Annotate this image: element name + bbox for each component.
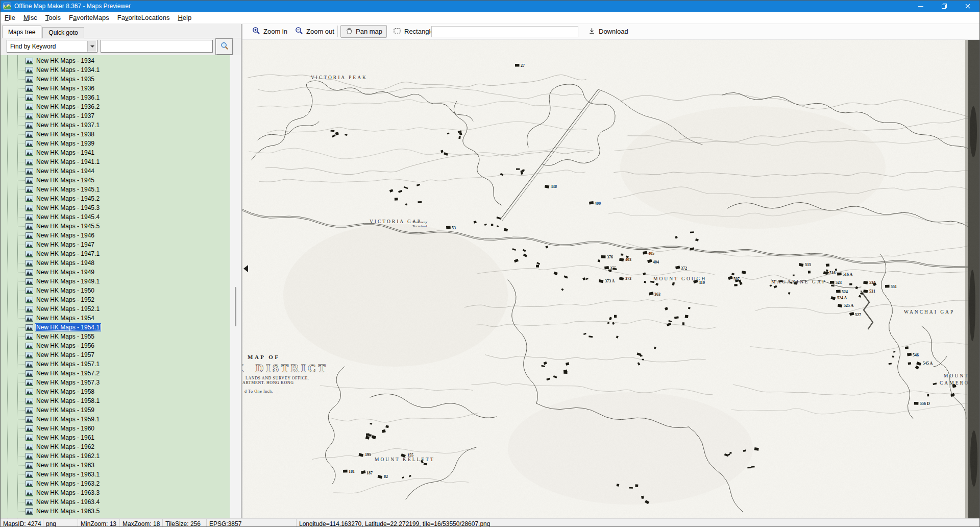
search-button[interactable]: [215, 38, 233, 55]
tree-item[interactable]: New HK Maps - 1948: [1, 258, 241, 268]
tree-item-label[interactable]: New HK Maps - 1935: [35, 75, 96, 83]
tree-item-label[interactable]: New HK Maps - 1945.1: [35, 185, 101, 194]
tree-item[interactable]: New HK Maps - 1937: [1, 111, 241, 121]
menu-item-tools[interactable]: Tools: [41, 13, 65, 22]
tree-item[interactable]: New HK Maps - 1952: [1, 295, 241, 304]
tree-item-label[interactable]: New HK Maps - 1939: [35, 139, 96, 148]
tree-item-label[interactable]: New HK Maps - 1954: [35, 314, 96, 322]
tab-quick-goto[interactable]: Quick goto: [42, 27, 84, 38]
tree-item[interactable]: New HK Maps - 1949.1: [1, 277, 241, 286]
tree-item-label[interactable]: New HK Maps - 1955: [35, 332, 96, 341]
tree-item[interactable]: New HK Maps - 1945.1: [1, 185, 241, 194]
tree-item-label[interactable]: New HK Maps - 1948: [35, 259, 96, 267]
menu-item-misc[interactable]: Misc: [19, 13, 41, 22]
tree-item-label[interactable]: New HK Maps - 1934.1: [35, 66, 101, 74]
tree-item[interactable]: New HK Maps - 1947.1: [1, 249, 241, 258]
tree-item-label[interactable]: New HK Maps - 1941: [35, 149, 96, 157]
find-mode-combobox[interactable]: Find by Keyword: [7, 40, 97, 53]
tree-item-label[interactable]: New HK Maps - 1949: [35, 268, 96, 276]
tree-item[interactable]: New HK Maps - 1939: [1, 139, 241, 148]
tree-item-label[interactable]: New HK Maps - 1944: [35, 167, 96, 175]
tree-item[interactable]: New HK Maps - 1945.5: [1, 222, 241, 231]
tree-item-label[interactable]: New HK Maps - 1963.5: [35, 507, 101, 515]
tree-item-label[interactable]: New HK Maps - 1945.4: [35, 213, 101, 221]
tree-item[interactable]: New HK Maps - 1954.1: [1, 323, 241, 332]
tree-item[interactable]: New HK Maps - 1957.2: [1, 369, 241, 378]
tree-item[interactable]: New HK Maps - 1954: [1, 314, 241, 323]
tree-item-label[interactable]: New HK Maps - 1957: [35, 351, 96, 359]
tree-item[interactable]: New HK Maps - 1957: [1, 350, 241, 360]
tree-item[interactable]: New HK Maps - 1960: [1, 424, 241, 433]
tree-item-label[interactable]: New HK Maps - 1954.1: [35, 323, 101, 331]
restore-button[interactable]: [933, 1, 956, 12]
tree-item-label[interactable]: New HK Maps - 1936: [35, 84, 96, 92]
tree-item-label[interactable]: New HK Maps - 1958: [35, 388, 96, 396]
tree-item-label[interactable]: New HK Maps - 1937: [35, 112, 96, 120]
tree-item[interactable]: New HK Maps - 1937.1: [1, 121, 241, 130]
tree-item[interactable]: New HK Maps - 1944: [1, 166, 241, 176]
tree-item-label[interactable]: New HK Maps - 1963.4: [35, 498, 101, 506]
tree-item[interactable]: New HK Maps - 1952.1: [1, 304, 241, 314]
tree-item[interactable]: New HK Maps - 1958.1: [1, 396, 241, 405]
tree-item-label[interactable]: New HK Maps - 1945.5: [35, 222, 101, 230]
tree-item-label[interactable]: New HK Maps - 1936.1: [35, 93, 101, 102]
tree-item-label[interactable]: New HK Maps - 1937.1: [35, 121, 101, 129]
map-viewport[interactable]: VICTORIA PEAKVICTORIA GAPMOUNT GOUGHMAGA…: [242, 40, 979, 518]
tree-item-label[interactable]: New HK Maps - 1958.1: [35, 397, 101, 405]
keyword-input[interactable]: [101, 40, 213, 53]
zoom-out-button[interactable]: Zoom out: [290, 25, 339, 38]
tree-item[interactable]: New HK Maps - 1947: [1, 240, 241, 249]
tree-item-label[interactable]: New HK Maps - 1956: [35, 342, 96, 350]
tree-item-label[interactable]: New HK Maps - 1957.2: [35, 369, 101, 377]
tree-item-label[interactable]: New HK Maps - 1963.1: [35, 470, 101, 478]
tree-item[interactable]: New HK Maps - 1950: [1, 286, 241, 295]
tree-item[interactable]: New HK Maps - 1955: [1, 332, 241, 341]
tree-item-label[interactable]: New HK Maps - 1961: [35, 434, 96, 442]
tree-item[interactable]: New HK Maps - 1963.5: [1, 507, 241, 516]
tree-item-label[interactable]: New HK Maps - 1959.1: [35, 415, 101, 423]
tree-item[interactable]: New HK Maps - 1962.1: [1, 451, 241, 461]
tree-item-label[interactable]: New HK Maps - 1945.2: [35, 195, 101, 203]
tree-item-label[interactable]: New HK Maps - 1957.1: [35, 360, 101, 368]
menu-item-file[interactable]: File: [1, 13, 19, 22]
tree-item[interactable]: New HK Maps - 1956: [1, 341, 241, 350]
tree-item-label[interactable]: New HK Maps - 1963: [35, 461, 96, 469]
combo-dropdown-arrow-icon[interactable]: [87, 41, 96, 52]
tree-item[interactable]: New HK Maps - 1936.2: [1, 102, 241, 111]
tree-item[interactable]: New HK Maps - 1941.1: [1, 157, 241, 166]
tree-item[interactable]: New HK Maps - 1934: [1, 56, 241, 65]
tree-item[interactable]: New HK Maps - 1961: [1, 433, 241, 442]
tree-item[interactable]: New HK Maps - 1941: [1, 148, 241, 157]
tree-item-label[interactable]: New HK Maps - 1962.1: [35, 452, 101, 460]
tree-item-label[interactable]: New HK Maps - 1936.2: [35, 103, 101, 111]
tree-item[interactable]: New HK Maps - 1935: [1, 75, 241, 84]
tree-item[interactable]: New HK Maps - 1945.2: [1, 194, 241, 203]
tree-item-label[interactable]: New HK Maps - 1945: [35, 176, 96, 184]
tree-item[interactable]: New HK Maps - 1957.1: [1, 360, 241, 369]
tree-item[interactable]: New HK Maps - 1959.1: [1, 415, 241, 424]
tree-item-label[interactable]: New HK Maps - 1963.3: [35, 489, 101, 497]
tree-item-label[interactable]: New HK Maps - 1952.1: [35, 305, 101, 313]
tree-item-label[interactable]: New HK Maps - 1963.2: [35, 480, 101, 488]
tree-item[interactable]: New HK Maps - 1938: [1, 130, 241, 139]
tree-item[interactable]: New HK Maps - 1963.1: [1, 470, 241, 479]
tree-item[interactable]: New HK Maps - 1945.4: [1, 212, 241, 222]
tree-item[interactable]: New HK Maps - 1936.1: [1, 93, 241, 102]
tree-scrollbar[interactable]: [230, 55, 241, 518]
tree-item[interactable]: New HK Maps - 1963.2: [1, 479, 241, 488]
menu-item-favoritemaps[interactable]: FavoriteMaps: [65, 13, 113, 22]
tree-item[interactable]: New HK Maps - 1957.3: [1, 378, 241, 387]
tree-item-label[interactable]: New HK Maps - 1962: [35, 443, 96, 451]
zoom-in-button[interactable]: Zoom in: [248, 25, 292, 38]
tree-item-label[interactable]: New HK Maps - 1957.3: [35, 378, 101, 387]
titlebar[interactable]: Offline Map Maker 8.367 - Maps Previewer: [1, 1, 979, 12]
tree-item[interactable]: New HK Maps - 1934.1: [1, 65, 241, 75]
tree-item[interactable]: New HK Maps - 1945.3: [1, 203, 241, 212]
tab-maps-tree[interactable]: Maps tree: [2, 26, 41, 38]
tree-item[interactable]: New HK Maps - 1936: [1, 84, 241, 93]
tree-item-label[interactable]: New HK Maps - 1949.1: [35, 277, 101, 285]
tree-item[interactable]: New HK Maps - 1963.4: [1, 497, 241, 507]
tree-item-label[interactable]: New HK Maps - 1959: [35, 406, 96, 414]
tree-item-label[interactable]: New HK Maps - 1945.3: [35, 204, 101, 212]
tree-item-label[interactable]: New HK Maps - 1947.1: [35, 250, 101, 258]
